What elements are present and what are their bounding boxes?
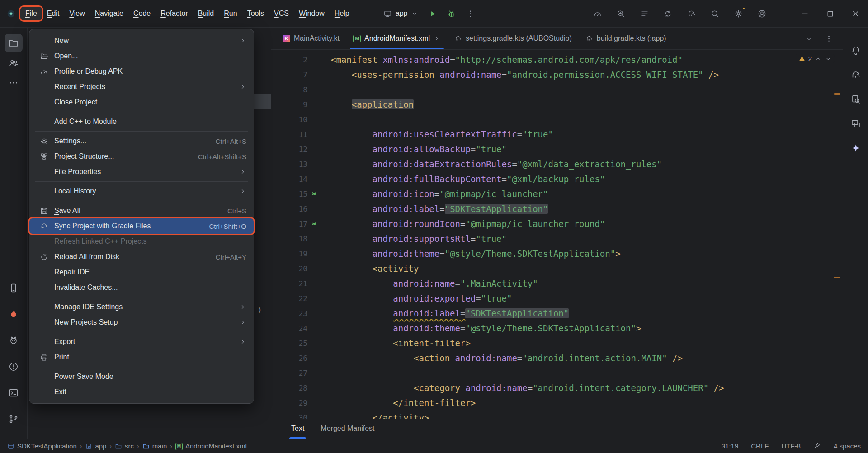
menu-window[interactable]: Window (294, 7, 330, 20)
app-inspection-button[interactable] (611, 5, 630, 22)
notifications-tool-button[interactable] (847, 42, 865, 60)
debug-button[interactable] (442, 5, 461, 22)
breadcrumb-androidmanifest-xml[interactable]: MAndroidManifest.xml (175, 442, 247, 450)
menu-item-local-history[interactable]: Local History (29, 184, 254, 199)
menu-view[interactable]: View (64, 7, 90, 20)
app-quality-insights-tool-button[interactable] (5, 305, 23, 323)
problems-tool-button[interactable] (5, 358, 23, 376)
menu-item-open[interactable]: Open... (29, 48, 254, 64)
menu-code[interactable]: Code (128, 7, 156, 20)
tab-mainactivity-kt[interactable]: KMainActivity.kt (276, 28, 346, 49)
breadcrumb-sdktestapplication[interactable]: SDKTestApplication (7, 442, 77, 450)
terminal-tool-button[interactable] (5, 384, 23, 402)
assistant-tool-button[interactable] (847, 139, 865, 157)
more-tool-windows-button[interactable] (5, 74, 23, 92)
code-line[interactable]: 27 (271, 366, 843, 381)
code-line[interactable]: 11 android:usesCleartextTraffic="true" (271, 127, 843, 142)
menu-item-recent-projects[interactable]: Recent Projects (29, 79, 254, 94)
code-line[interactable]: 20 <activity (271, 261, 843, 276)
project-tree-selected-row[interactable] (254, 94, 271, 109)
code-line[interactable]: 29 </intent-filter> (271, 396, 843, 411)
code-line[interactable]: 18 android:supportsRtl="true" (271, 231, 843, 246)
menu-item-add-c-to-module[interactable]: Add C++ to Module (29, 114, 254, 129)
menu-item-close-project[interactable]: Close Project (29, 94, 254, 110)
menu-item-power-save-mode[interactable]: Power Save Mode (29, 369, 254, 384)
menu-refactor[interactable]: Refactor (156, 7, 193, 20)
code-line[interactable]: 21 android:name=".MainActivity" (271, 276, 843, 291)
menu-item-export[interactable]: Export (29, 334, 254, 349)
settings-button[interactable] (729, 5, 748, 22)
menu-item-profile-or-debug-apk[interactable]: Profile or Debug APK (29, 64, 254, 79)
code-line[interactable]: 12 android:allowBackup="true" (271, 142, 843, 157)
code-line[interactable]: 23 android:label="SDKTestApplication" (271, 306, 843, 321)
menu-item-file-properties[interactable]: File Properties (29, 164, 254, 179)
device-explorer-tool-button[interactable] (847, 90, 865, 109)
tab-settings-gradle-kts-aubostudio[interactable]: settings.gradle.kts (AUBOStudio) (448, 28, 579, 49)
menu-item-manage-ide-settings[interactable]: Manage IDE Settings (29, 299, 254, 315)
menu-help[interactable]: Help (330, 7, 354, 20)
menu-item-new-projects-setup[interactable]: New Projects Setup (29, 315, 254, 330)
menu-item-invalidate-caches[interactable]: Invalidate Caches... (29, 280, 254, 295)
code-line[interactable]: 8 (271, 82, 843, 97)
close-tab-icon[interactable] (434, 35, 441, 42)
menu-run[interactable]: Run (219, 7, 242, 20)
code-line[interactable]: 16 android:label="SDKTestApplication" (271, 202, 843, 217)
line-separator[interactable]: CRLF (751, 442, 769, 450)
indent-setting[interactable]: 4 spaces (834, 442, 861, 450)
menu-item-sync-project-with-gradle-files[interactable]: Sync Project with Gradle FilesCtrl+Shift… (29, 218, 254, 234)
profiler-button[interactable] (588, 5, 607, 22)
device-manager-tool-button[interactable] (5, 279, 23, 297)
menu-build[interactable]: Build (193, 7, 219, 20)
code-line[interactable]: 28 <category android:name="android.inten… (271, 381, 843, 396)
menu-item-save-all[interactable]: Save AllCtrl+S (29, 203, 254, 218)
menu-edit[interactable]: Edit (42, 7, 65, 20)
search-everywhere-button[interactable] (705, 5, 724, 22)
collaboration-tool-button[interactable] (5, 54, 23, 72)
apply-changes-button[interactable] (658, 5, 677, 22)
menu-tools[interactable]: Tools (242, 7, 269, 20)
code-line[interactable]: 14 android:fullBackupContent="@xml/backu… (271, 172, 843, 187)
code-line[interactable]: 25 <intent-filter> (271, 336, 843, 351)
more-run-actions-button[interactable] (461, 5, 480, 22)
project-tool-button[interactable] (5, 34, 23, 52)
file-encoding[interactable]: UTF-8 (781, 442, 801, 450)
menu-item-settings[interactable]: Settings...Ctrl+Alt+S (29, 133, 254, 149)
breadcrumb-src[interactable]: src (115, 442, 134, 450)
close-button[interactable] (843, 0, 868, 27)
menu-item-print[interactable]: Print... (29, 349, 254, 365)
maximize-button[interactable] (817, 0, 843, 27)
view-tab-merged-manifest[interactable]: Merged Manifest (321, 419, 374, 439)
menu-navigate[interactable]: Navigate (90, 7, 128, 20)
breadcrumb-app[interactable]: app (85, 442, 106, 450)
code-line[interactable]: 19 android:theme="@style/Theme.SDKTestAp… (271, 246, 843, 261)
gradle-sync-button[interactable] (682, 5, 701, 22)
previous-problem-icon[interactable] (815, 55, 822, 62)
code-line[interactable]: 9 <application (271, 97, 843, 112)
version-control-tool-button[interactable] (5, 410, 23, 428)
menu-file[interactable]: File (20, 7, 42, 20)
task-list-button[interactable] (635, 5, 654, 22)
code-line[interactable]: 15 android:icon="@mipmap/ic_launcher" (271, 187, 843, 202)
code-line[interactable]: 7 <uses-permission android:name="android… (271, 67, 843, 82)
hidden-tabs-button[interactable] (799, 30, 818, 47)
tab-options-button[interactable] (819, 30, 838, 47)
code-line[interactable]: 13 android:dataExtractionRules="@xml/dat… (271, 157, 843, 172)
menu-item-exit[interactable]: Exit (29, 384, 254, 400)
tab-androidmanifest-xml[interactable]: MAndroidManifest.xml (346, 28, 448, 49)
menu-vcs[interactable]: VCS (269, 7, 294, 20)
pin-indicator[interactable] (813, 442, 821, 451)
tab-build-gradle-kts-app[interactable]: build.gradle.kts (:app) (579, 28, 673, 49)
code-editor[interactable]: 2<manifest xmlns:android="http://schemas… (271, 50, 843, 439)
run-configuration-selector[interactable]: app (379, 7, 423, 21)
gradle-tool-button[interactable] (847, 66, 865, 84)
caret-position[interactable]: 31:19 (722, 442, 739, 450)
code-line[interactable]: 26 <action android:name="android.intent.… (271, 351, 843, 366)
menu-item-repair-ide[interactable]: Repair IDE (29, 264, 254, 280)
menu-item-new[interactable]: New (29, 33, 254, 48)
code-line[interactable]: 24 android:theme="@style/Theme.SDKTestAp… (271, 321, 843, 336)
run-button[interactable] (423, 5, 442, 22)
minimize-button[interactable] (792, 0, 817, 27)
breadcrumb-main[interactable]: main (142, 442, 167, 450)
code-line[interactable]: 22 android:exported="true" (271, 291, 843, 306)
view-tab-text[interactable]: Text (291, 419, 304, 439)
